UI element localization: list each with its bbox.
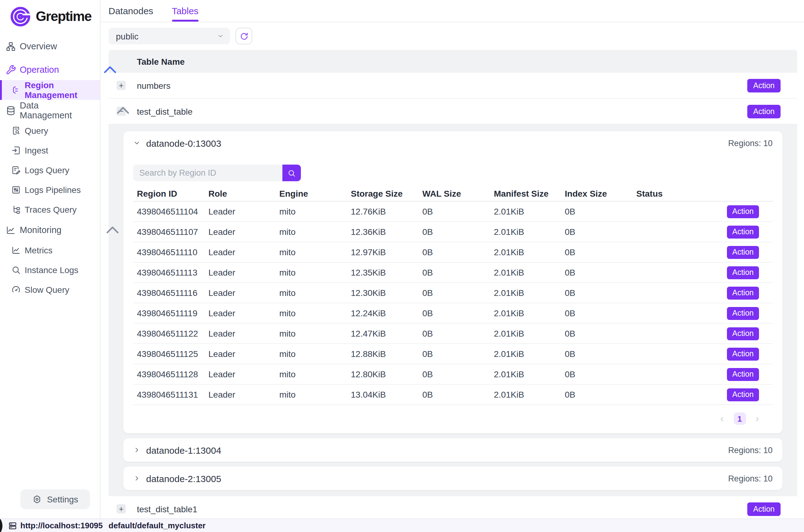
region-action-button[interactable]: Action bbox=[727, 246, 759, 259]
plus-icon[interactable]: + bbox=[117, 81, 126, 90]
tab-label: Tables bbox=[172, 5, 198, 16]
region-action-button[interactable]: Action bbox=[727, 286, 759, 299]
table-action-button[interactable]: Action bbox=[747, 502, 781, 516]
sidebar-item-label: Instance Logs bbox=[25, 265, 78, 275]
pagination-page-1[interactable]: 1 bbox=[733, 413, 746, 425]
region-role: Leader bbox=[205, 268, 275, 278]
region-index-size: 0B bbox=[561, 369, 633, 379]
refresh-button[interactable] bbox=[235, 28, 252, 44]
table-action-button[interactable]: Action bbox=[747, 104, 781, 118]
region-action-button[interactable]: Action bbox=[727, 266, 759, 279]
column-header-manifest-size: Manifest Size bbox=[490, 188, 561, 198]
column-header-storage-size: Storage Size bbox=[347, 188, 419, 198]
sidebar-item-overview[interactable]: Overview bbox=[0, 36, 100, 57]
wrench-icon bbox=[5, 64, 16, 75]
chart-line-icon bbox=[11, 245, 21, 255]
regions-count: Regions: 10 bbox=[728, 474, 772, 483]
region-row: 4398046511128 Leader mito 12.80KiB 0B 2.… bbox=[133, 364, 772, 385]
region-index-size: 0B bbox=[561, 349, 633, 359]
sidebar-item-traces-query[interactable]: Traces Query bbox=[0, 200, 100, 220]
region-search-input[interactable] bbox=[133, 165, 282, 181]
region-wal-size: 0B bbox=[419, 207, 490, 216]
region-action-button[interactable]: Action bbox=[727, 307, 759, 320]
tabbar: Datanodes Tables bbox=[100, 0, 804, 22]
region-table: Region ID Role Engine Storage Size WAL S… bbox=[133, 186, 772, 405]
search-icon bbox=[287, 169, 296, 177]
server-url: http://localhost:19095 bbox=[20, 521, 103, 530]
sidebar-item-logs-query[interactable]: Logs Query bbox=[0, 160, 100, 180]
plus-icon[interactable]: + bbox=[117, 504, 126, 513]
region-id: 4398046511119 bbox=[133, 308, 205, 318]
sidebar-item-data-management[interactable]: Data Management bbox=[0, 100, 100, 121]
region-action-button[interactable]: Action bbox=[727, 205, 759, 218]
datanode-header[interactable]: datanode-1:13004 Regions: 10 bbox=[123, 438, 782, 462]
sidebar-item-monitoring[interactable]: Monitoring bbox=[0, 220, 100, 241]
table-action-button[interactable]: Action bbox=[747, 79, 781, 92]
corner-circle-decoration bbox=[0, 518, 2, 532]
region-search-button[interactable] bbox=[282, 165, 301, 181]
tables-content: public Table Name + numbers A bbox=[100, 22, 804, 518]
column-header-wal-size: WAL Size bbox=[419, 188, 490, 198]
tab-label: Datanodes bbox=[109, 5, 153, 16]
tab-tables[interactable]: Tables bbox=[172, 0, 198, 22]
sidebar-item-operation[interactable]: Operation bbox=[0, 59, 100, 80]
tab-datanodes[interactable]: Datanodes bbox=[109, 0, 153, 22]
column-header-index-size: Index Size bbox=[561, 188, 633, 198]
region-row: 4398046511119 Leader mito 12.24KiB 0B 2.… bbox=[133, 303, 772, 324]
datanode-name: datanode-1:13004 bbox=[146, 445, 221, 455]
sidebar-item-ingest[interactable]: Ingest bbox=[0, 140, 100, 160]
sidebar-item-slow-query[interactable]: Slow Query bbox=[0, 280, 100, 300]
region-search bbox=[133, 165, 772, 181]
chevron-down-icon bbox=[133, 139, 140, 147]
region-action-button[interactable]: Action bbox=[727, 388, 759, 401]
region-table-header: Region ID Role Engine Storage Size WAL S… bbox=[133, 186, 772, 202]
region-action-button[interactable]: Action bbox=[727, 225, 759, 238]
app-window: Greptime Overview Operation bbox=[0, 0, 804, 532]
region-engine: mito bbox=[275, 349, 347, 359]
datanode-name: datanode-2:13005 bbox=[146, 473, 221, 483]
datanode-card: datanode-0:13003 Regions: 10 bbox=[123, 131, 782, 433]
sidebar-item-label: Query bbox=[25, 126, 48, 136]
sidebar-item-label: Slow Query bbox=[25, 285, 69, 294]
ingest-icon bbox=[11, 146, 21, 155]
region-storage-size: 12.80KiB bbox=[347, 369, 419, 379]
region-engine: mito bbox=[275, 390, 347, 399]
datanode-header[interactable]: datanode-2:13005 Regions: 10 bbox=[123, 467, 782, 490]
region-storage-size: 13.04KiB bbox=[347, 390, 419, 399]
database-icon bbox=[5, 105, 16, 116]
sidebar-item-instance-logs[interactable]: Instance Logs bbox=[0, 260, 100, 280]
sidebar-item-query[interactable]: Query bbox=[0, 121, 100, 140]
region-manifest-size: 2.01KiB bbox=[490, 268, 561, 278]
settings-button[interactable]: Settings bbox=[20, 490, 90, 509]
chart-line-icon bbox=[5, 225, 16, 235]
datanode-header[interactable]: datanode-0:13003 Regions: 10 bbox=[123, 131, 782, 155]
chevron-right-icon bbox=[133, 446, 140, 454]
region-wal-size: 0B bbox=[419, 308, 490, 318]
greptime-spiral-logo-icon bbox=[10, 5, 32, 28]
sidebar-item-region-management[interactable]: Region Management bbox=[0, 80, 100, 100]
toolbar: public bbox=[109, 28, 797, 44]
regions-count: Regions: 10 bbox=[728, 445, 772, 455]
region-manifest-size: 2.01KiB bbox=[490, 227, 561, 237]
region-wal-size: 0B bbox=[419, 227, 490, 237]
file-edit-icon bbox=[11, 165, 21, 175]
region-row: 4398046511113 Leader mito 12.35KiB 0B 2.… bbox=[133, 263, 772, 283]
sidebar-item-metrics[interactable]: Metrics bbox=[0, 241, 100, 260]
cluster-name: default/default_mycluster bbox=[109, 521, 206, 530]
region-action-button[interactable]: Action bbox=[727, 368, 759, 381]
region-role: Leader bbox=[205, 227, 275, 237]
region-manifest-size: 2.01KiB bbox=[490, 207, 561, 216]
datanode-card: datanode-2:13005 Regions: 10 bbox=[123, 467, 782, 490]
chevron-right-icon[interactable]: › bbox=[755, 414, 759, 423]
chevron-up-icon bbox=[62, 59, 157, 80]
region-role: Leader bbox=[205, 369, 275, 379]
column-header-engine: Engine bbox=[275, 188, 347, 198]
region-manifest-size: 2.01KiB bbox=[490, 328, 561, 338]
chevron-left-icon[interactable]: ‹ bbox=[721, 414, 724, 423]
region-action-button[interactable]: Action bbox=[727, 327, 759, 340]
sidebar-item-label: Ingest bbox=[25, 146, 48, 155]
region-row: 4398046511116 Leader mito 12.30KiB 0B 2.… bbox=[133, 283, 772, 303]
sidebar-item-logs-pipelines[interactable]: Logs Pipelines bbox=[0, 180, 100, 200]
schema-select[interactable]: public bbox=[109, 28, 230, 44]
region-action-button[interactable]: Action bbox=[727, 347, 759, 360]
